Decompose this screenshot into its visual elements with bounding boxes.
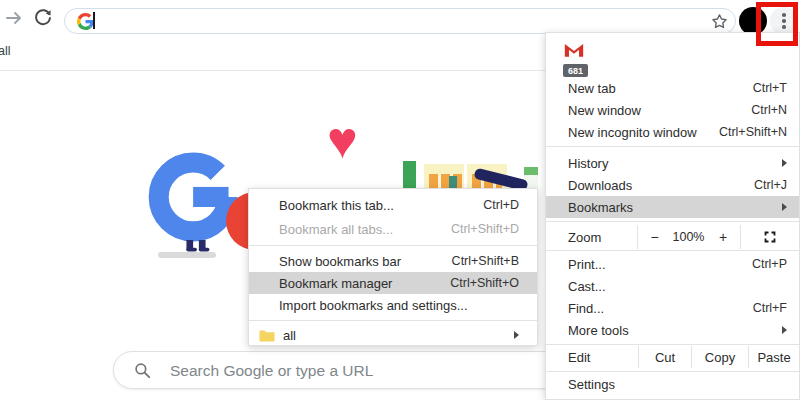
menu-item-all-folder[interactable]: all (249, 324, 537, 346)
menu-item-more-tools[interactable]: More tools (546, 319, 799, 341)
forward-icon[interactable] (6, 11, 24, 25)
menu-separator (546, 146, 799, 147)
menu-separator (249, 245, 537, 246)
copy-button[interactable]: Copy (691, 346, 748, 368)
zoom-out-button[interactable]: − (638, 225, 671, 249)
menu-item-history[interactable]: History (546, 152, 799, 174)
menu-item-bookmark-manager[interactable]: Bookmark manager Ctrl+Shift+O (249, 272, 537, 294)
chrome-main-menu: 681 New tab Ctrl+T New window Ctrl+N New… (545, 32, 800, 400)
menu-separator (546, 344, 799, 345)
menu-separator (546, 371, 799, 372)
fullscreen-button[interactable] (741, 225, 799, 249)
google-g-icon (77, 13, 94, 30)
address-input[interactable] (100, 10, 664, 32)
fullscreen-icon (764, 231, 776, 243)
text-cursor (93, 12, 95, 29)
menu-item-new-tab[interactable]: New tab Ctrl+T (546, 77, 799, 99)
annotation-highlight-box (756, 2, 798, 46)
menu-item-edit: Edit Cut Copy Paste (546, 346, 799, 368)
edit-label: Edit (546, 346, 638, 368)
bookmarks-submenu: Bookmark this tab... Ctrl+D Bookmark all… (248, 188, 538, 346)
menu-item-bookmark-this-tab[interactable]: Bookmark this tab... Ctrl+D (249, 193, 537, 217)
doodle-right-fragment-cap (524, 167, 538, 175)
refresh-icon[interactable] (34, 9, 52, 27)
submenu-arrow-icon (782, 203, 787, 211)
heart-icon: ♥ (327, 114, 358, 166)
gmail-status: 681 (563, 41, 593, 77)
menu-item-import-bookmarks[interactable]: Import bookmarks and settings... (249, 294, 537, 316)
menu-separator (546, 250, 799, 251)
menu-item-show-bookmarks-bar[interactable]: Show bookmarks bar Ctrl+Shift+B (249, 250, 537, 272)
zoom-level-value: 100% (671, 225, 706, 249)
submenu-arrow-icon (514, 331, 519, 339)
menu-separator (546, 221, 799, 222)
menu-item-bookmark-all-tabs: Bookmark all tabs... Ctrl+Shift+D (249, 217, 537, 241)
cut-button[interactable]: Cut (638, 346, 691, 368)
search-input[interactable] (168, 360, 502, 382)
menu-item-zoom: Zoom − 100% + (546, 225, 799, 249)
menu-item-find[interactable]: Find... Ctrl+F (546, 297, 799, 319)
menu-separator (249, 320, 537, 321)
zoom-in-button[interactable]: + (706, 225, 741, 249)
menu-item-new-window[interactable]: New window Ctrl+N (546, 99, 799, 121)
menu-item-cast[interactable]: Cast... (546, 275, 799, 297)
submenu-arrow-icon (782, 159, 787, 167)
submenu-arrow-icon (782, 326, 787, 334)
paste-button[interactable]: Paste (748, 346, 799, 368)
gmail-unread-badge: 681 (563, 64, 588, 77)
bookmark-star-icon[interactable] (711, 13, 728, 30)
search-icon (134, 362, 151, 379)
menu-item-settings[interactable]: Settings (546, 373, 799, 395)
menu-item-new-incognito-window[interactable]: New incognito window Ctrl+Shift+N (546, 121, 799, 143)
gmail-icon (563, 41, 585, 58)
menu-item-print[interactable]: Print... Ctrl+P (546, 253, 799, 275)
doodle-ground-shadow (158, 252, 216, 258)
menu-item-bookmarks[interactable]: Bookmarks (546, 196, 799, 218)
menu-item-downloads[interactable]: Downloads Ctrl+J (546, 174, 799, 196)
menu-item-help[interactable]: Help (546, 395, 799, 400)
bookmarks-bar-folder[interactable]: all (0, 44, 11, 58)
zoom-label: Zoom (546, 225, 638, 249)
folder-icon (259, 329, 275, 342)
